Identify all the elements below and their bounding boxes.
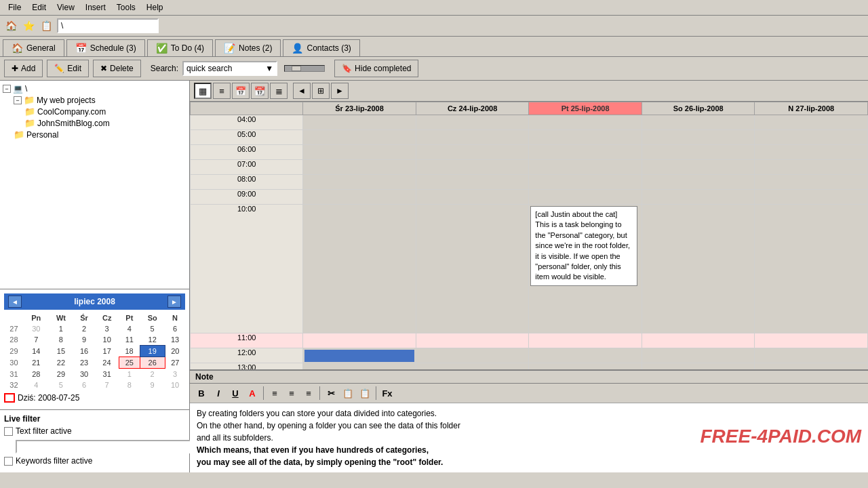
schedule-cell-5-3[interactable] [642,190,755,205]
text-filter-checkbox[interactable] [4,427,13,436]
schedule-cell-8-2[interactable] [529,348,642,363]
schedule-cell-7-2[interactable] [529,333,642,348]
nav-prev-arrow[interactable]: ◄ [293,83,311,99]
note-italic-btn[interactable]: I [211,386,226,401]
cal-day-cell[interactable]: 2 [140,369,165,380]
cal-day-cell[interactable]: 30 [24,323,49,334]
cal-day-cell[interactable]: 2 [73,323,95,334]
schedule-cell-5-2[interactable] [529,190,642,205]
schedule-cell-7-1[interactable] [416,333,529,348]
root-expand-icon[interactable]: − [3,85,11,93]
cal-day-cell[interactable]: 23 [73,357,95,369]
schedule-cell-0-3[interactable] [642,115,755,130]
view-week-btn[interactable]: ≡ [213,83,231,99]
cal-day-cell[interactable]: 26 [140,357,165,369]
cal-day-cell[interactable]: 3 [95,323,119,334]
menu-file[interactable]: File [3,1,26,14]
schedule-cell-1-2[interactable] [529,130,642,145]
menu-edit[interactable]: Edit [26,1,52,14]
note-color-btn[interactable]: A [245,386,260,401]
schedule-cell-0-1[interactable] [416,115,529,130]
cal-day-cell[interactable]: 3 [165,369,185,380]
tab-contacts[interactable]: 👤 Contacts (3) [283,39,359,56]
tab-notes[interactable]: 📝 Notes (2) [215,39,281,56]
note-paste-btn[interactable]: 📋 [357,386,372,401]
cal-day-cell[interactable]: 7 [95,380,119,390]
schedule-cell-6-2[interactable]: [call Justin about the cat] This is a ta… [529,205,642,333]
view-month-btn[interactable]: 📅 [232,83,250,99]
schedule-cell-6-1[interactable] [416,205,529,333]
tree-item-johnsmith[interactable]: 📁 JohnSmithBlog.com [3,117,186,129]
schedule-cell-9-3[interactable] [642,363,755,370]
cal-day-cell[interactable]: 16 [73,346,95,357]
schedule-cell-9-0[interactable] [303,363,416,370]
cal-day-cell[interactable]: 5 [49,380,74,390]
cal-day-cell[interactable]: 5 [140,323,165,334]
schedule-cell-3-3[interactable] [642,160,755,175]
cal-day-cell[interactable]: 8 [49,334,74,346]
cal-day-cell[interactable]: 6 [165,323,185,334]
toolbar-home-icon[interactable]: 🏠 [3,18,19,34]
schedule-cell-3-1[interactable] [416,160,529,175]
schedule-event[interactable] [304,350,414,362]
schedule-cell-6-0[interactable] [303,205,416,333]
cal-day-cell[interactable]: 30 [73,369,95,380]
note-bold-btn[interactable]: B [194,386,209,401]
schedule-cell-4-1[interactable] [416,175,529,190]
schedule-cell-7-4[interactable] [755,333,868,348]
search-combo[interactable]: quick search ▼ [182,61,277,76]
cal-day-cell[interactable]: 29 [49,369,74,380]
cal-next-button[interactable]: ► [167,296,181,308]
tree-item-personal[interactable]: 📁 Personal [3,129,186,140]
cal-day-cell[interactable]: 4 [119,323,140,334]
schedule-cell-9-1[interactable] [416,363,529,370]
keywords-filter-checkbox[interactable] [4,457,13,466]
cal-day-cell[interactable]: 7 [24,334,49,346]
schedule-cell-2-3[interactable] [642,145,755,160]
tree-item-web-projects[interactable]: − 📁 My web projects [3,94,186,106]
cal-day-cell[interactable]: 8 [119,380,140,390]
web-expand-icon[interactable]: − [14,96,22,104]
cal-day-cell[interactable]: 11 [119,334,140,346]
schedule-container[interactable]: Śr 23-lip-2008Cz 24-lip-2008Pt 25-lip-20… [190,102,868,369]
add-button[interactable]: ✚ Add [4,60,43,77]
schedule-cell-5-4[interactable] [755,190,868,205]
schedule-cell-2-4[interactable] [755,145,868,160]
schedule-cell-8-4[interactable] [755,348,868,363]
note-align-right-btn[interactable]: ≡ [301,386,316,401]
note-align-center-btn[interactable]: ≡ [284,386,299,401]
schedule-cell-1-0[interactable] [303,130,416,145]
cal-day-cell[interactable]: 20 [165,346,185,357]
note-cut-btn[interactable]: ✂ [323,386,338,401]
cal-day-cell[interactable]: 9 [73,334,95,346]
cal-day-cell[interactable]: 10 [165,380,185,390]
schedule-cell-8-1[interactable] [416,348,529,363]
cal-day-cell[interactable]: 18 [119,346,140,357]
cal-day-cell[interactable]: 21 [24,357,49,369]
cal-day-cell[interactable]: 22 [49,357,74,369]
schedule-cell-4-4[interactable] [755,175,868,190]
schedule-cell-2-1[interactable] [416,145,529,160]
path-input[interactable] [57,18,159,33]
schedule-cell-3-4[interactable] [755,160,868,175]
delete-button[interactable]: ✖ Delete [93,60,141,77]
schedule-cell-9-4[interactable] [755,363,868,370]
schedule-cell-9-2[interactable] [529,363,642,370]
menu-help[interactable]: Help [141,1,169,14]
note-align-left-btn[interactable]: ≡ [267,386,282,401]
schedule-cell-1-3[interactable] [642,130,755,145]
cal-day-cell[interactable]: 1 [119,369,140,380]
cal-day-cell[interactable]: 25 [119,357,140,369]
tree-root[interactable]: − 💻 \ [3,83,186,94]
schedule-cell-5-1[interactable] [416,190,529,205]
cal-day-cell[interactable]: 27 [165,357,185,369]
nav-fit-btn[interactable]: ⊞ [312,83,330,99]
schedule-cell-4-3[interactable] [642,175,755,190]
schedule-cell-2-2[interactable] [529,145,642,160]
schedule-cell-0-4[interactable] [755,115,868,130]
cal-day-cell[interactable]: 12 [140,334,165,346]
schedule-cell-4-0[interactable] [303,175,416,190]
hide-completed-button[interactable]: 🔖 Hide completed [334,60,418,77]
cal-day-cell[interactable]: 10 [95,334,119,346]
cal-day-cell[interactable]: 13 [165,334,185,346]
